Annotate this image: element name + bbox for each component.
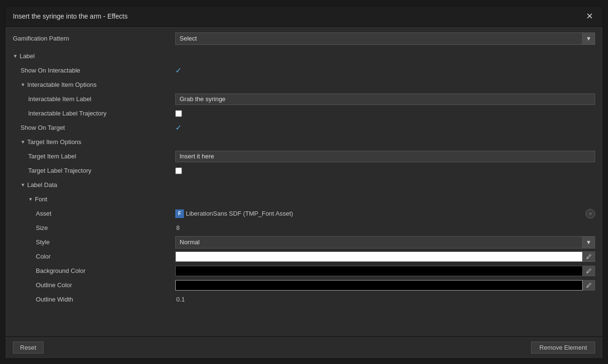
asset-content: F LiberationSans SDF (TMP_Font Asset) ○	[175, 209, 595, 218]
show-on-target-row: Show On Target ✓	[13, 121, 595, 135]
label-triangle: ▼	[13, 53, 18, 59]
font-triangle: ▼	[28, 197, 33, 202]
color-value: 🖉	[175, 251, 595, 262]
interactable-label-trajectory-label: Interactable Label Trajectory	[13, 110, 175, 117]
interactable-item-options-triangle: ▼	[21, 82, 25, 87]
dialog-title: Insert the syringe into the arm - Effect…	[13, 12, 128, 20]
background-color-value: 🖉	[175, 266, 595, 276]
label-section-title: Label	[20, 52, 35, 60]
asset-row: Asset F LiberationSans SDF (TMP_Font Ass…	[13, 207, 595, 220]
remove-element-button[interactable]: Remove Element	[531, 342, 595, 354]
target-item-label-value	[175, 151, 595, 162]
interactable-item-label-input[interactable]	[175, 94, 595, 105]
interactable-item-label-label: Interactable Item Label	[13, 95, 175, 103]
show-on-interactable-check: ✓	[175, 66, 181, 75]
background-color-row: Background Color 🖉	[13, 264, 595, 278]
reset-button[interactable]: Reset	[13, 342, 43, 354]
gamification-label: Gamification Pattern	[13, 35, 175, 42]
target-item-options-triangle: ▼	[21, 139, 25, 145]
outline-width-number: 0.1	[175, 296, 185, 303]
size-number: 8	[175, 224, 180, 231]
interactable-item-label-value	[175, 94, 595, 105]
background-color-content: 🖉	[175, 266, 595, 276]
label-data-header[interactable]: ▼ Label Data	[13, 181, 175, 188]
show-on-interactable-row: Show On Interactable ✓	[13, 64, 595, 77]
outline-width-label: Outline Width	[13, 296, 175, 303]
gamification-dropdown-container: Select ▼	[175, 32, 595, 45]
dialog-content: Gamification Pattern Select ▼ ▼ Label Sh…	[5, 27, 603, 336]
interactable-item-options-header[interactable]: ▼ Interactable Item Options	[13, 81, 175, 88]
close-button[interactable]: ✕	[584, 11, 595, 21]
label-section-header[interactable]: ▼ Label	[13, 52, 175, 60]
size-row: Size 8	[13, 221, 595, 235]
show-on-target-value: ✓	[175, 123, 595, 132]
font-header[interactable]: ▼ Font	[13, 196, 175, 203]
font-row: ▼ Font	[13, 193, 595, 206]
interactable-label-trajectory-checkbox[interactable]	[175, 110, 182, 117]
target-item-options-header[interactable]: ▼ Target Item Options	[13, 138, 175, 146]
gamification-select[interactable]: Select	[175, 32, 583, 45]
outline-width-value: 0.1	[175, 296, 595, 303]
label-data-row: ▼ Label Data	[13, 178, 595, 192]
interactable-item-options-label: Interactable Item Options	[27, 81, 96, 88]
outline-color-eyedropper[interactable]: 🖉	[583, 280, 595, 291]
target-item-options-label: Target Item Options	[27, 138, 81, 146]
style-value: Normal ▼	[175, 236, 595, 249]
outline-color-label: Outline Color	[13, 281, 175, 289]
background-color-label: Background Color	[13, 267, 175, 274]
font-label: Font	[35, 196, 47, 203]
target-label-trajectory-label: Target Label Trajectory	[13, 167, 175, 174]
size-value: 8	[175, 224, 595, 231]
target-item-label-input[interactable]	[175, 151, 595, 162]
show-on-target-label: Show On Target	[13, 124, 175, 131]
background-color-eyedropper[interactable]: 🖉	[583, 266, 595, 276]
size-label: Size	[13, 224, 175, 231]
color-content: 🖉	[175, 251, 595, 262]
outline-width-row: Outline Width 0.1	[13, 293, 595, 306]
background-color-swatch[interactable]	[175, 266, 583, 276]
gamification-row: Gamification Pattern Select ▼	[13, 32, 595, 45]
target-item-label-row: Target Item Label	[13, 150, 595, 163]
target-label-trajectory-checkbox[interactable]	[175, 167, 182, 174]
target-label-trajectory-row: Target Label Trajectory	[13, 164, 595, 177]
asset-text: LiberationSans SDF (TMP_Font Asset)	[186, 210, 584, 217]
show-on-interactable-label: Show On Interactable	[13, 67, 175, 74]
style-row: Style Normal ▼	[13, 236, 595, 249]
style-label: Style	[13, 239, 175, 246]
target-item-label-label: Target Item Label	[13, 153, 175, 160]
label-data-label: Label Data	[27, 181, 57, 188]
outline-color-value: 🖉	[175, 280, 595, 291]
outline-color-swatch[interactable]	[175, 280, 583, 291]
target-label-trajectory-value	[175, 167, 595, 174]
footer: Reset Remove Element	[5, 336, 603, 358]
color-row: Color 🖉	[13, 250, 595, 263]
interactable-label-trajectory-value	[175, 110, 595, 117]
color-label: Color	[13, 253, 175, 260]
asset-circle-button[interactable]: ○	[586, 209, 595, 218]
style-select[interactable]: Normal	[175, 236, 583, 249]
asset-label: Asset	[13, 210, 175, 217]
interactable-item-label-row: Interactable Item Label	[13, 93, 595, 106]
gamification-dropdown-arrow[interactable]: ▼	[583, 32, 595, 45]
color-swatch[interactable]	[175, 251, 583, 262]
show-on-target-check: ✓	[175, 123, 181, 132]
label-data-triangle: ▼	[21, 182, 25, 187]
interactable-item-options-row: ▼ Interactable Item Options	[13, 78, 595, 92]
target-item-options-row: ▼ Target Item Options	[13, 135, 595, 149]
label-section-row: ▼ Label	[13, 50, 595, 63]
title-bar: Insert the syringe into the arm - Effect…	[5, 6, 603, 27]
color-eyedropper[interactable]: 🖉	[583, 251, 595, 262]
outline-color-content: 🖉	[175, 280, 595, 291]
asset-value: F LiberationSans SDF (TMP_Font Asset) ○	[175, 209, 595, 218]
asset-icon: F	[175, 209, 184, 218]
interactable-label-trajectory-row: Interactable Label Trajectory	[13, 107, 595, 120]
show-on-interactable-value: ✓	[175, 66, 595, 75]
style-dropdown-arrow[interactable]: ▼	[583, 236, 595, 249]
outline-color-row: Outline Color 🖉	[13, 279, 595, 292]
dialog: Insert the syringe into the arm - Effect…	[5, 6, 603, 359]
